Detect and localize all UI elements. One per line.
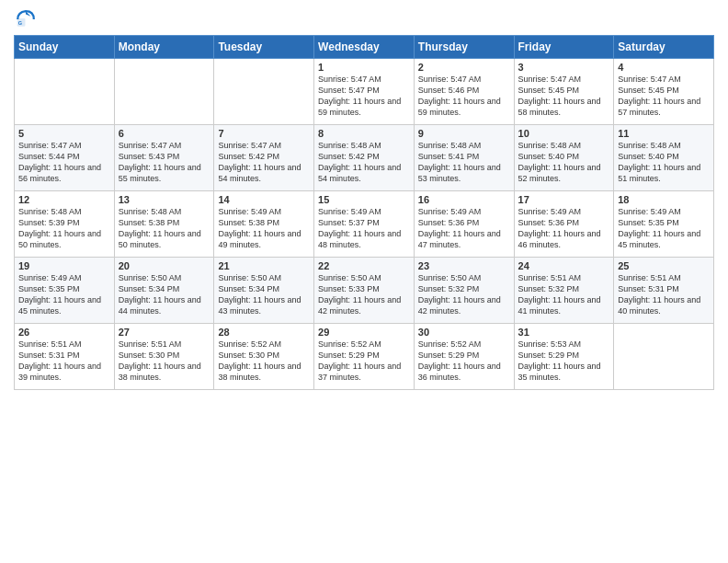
day-number: 15 [318, 194, 410, 205]
day-info: Sunrise: 5:47 AM Sunset: 5:45 PM Dayligh… [618, 74, 710, 119]
day-info: Sunrise: 5:48 AM Sunset: 5:41 PM Dayligh… [418, 140, 510, 185]
page-container: G SundayMondayTuesdayWednesdayThursdayFr… [0, 0, 728, 399]
calendar-cell: 22Sunrise: 5:50 AM Sunset: 5:33 PM Dayli… [314, 258, 415, 324]
day-number: 29 [318, 327, 410, 338]
day-number: 14 [218, 194, 310, 205]
calendar-cell: 13Sunrise: 5:48 AM Sunset: 5:38 PM Dayli… [114, 191, 214, 258]
calendar-day-header: Wednesday [314, 36, 415, 59]
calendar-day-header: Thursday [414, 36, 514, 59]
day-number: 31 [518, 327, 610, 338]
day-info: Sunrise: 5:49 AM Sunset: 5:35 PM Dayligh… [618, 206, 710, 251]
day-info: Sunrise: 5:51 AM Sunset: 5:30 PM Dayligh… [119, 339, 210, 384]
calendar-cell: 5Sunrise: 5:47 AM Sunset: 5:44 PM Daylig… [15, 125, 115, 191]
calendar-cell [614, 324, 714, 390]
day-info: Sunrise: 5:50 AM Sunset: 5:32 PM Dayligh… [418, 272, 510, 317]
calendar-table: SundayMondayTuesdayWednesdayThursdayFrid… [14, 35, 714, 390]
day-info: Sunrise: 5:48 AM Sunset: 5:40 PM Dayligh… [518, 140, 610, 185]
day-number: 10 [518, 128, 610, 139]
logo-icon: G [16, 9, 36, 29]
calendar-cell: 8Sunrise: 5:48 AM Sunset: 5:42 PM Daylig… [314, 125, 415, 191]
day-info: Sunrise: 5:47 AM Sunset: 5:46 PM Dayligh… [418, 74, 510, 119]
day-info: Sunrise: 5:47 AM Sunset: 5:47 PM Dayligh… [318, 74, 410, 119]
calendar-cell: 10Sunrise: 5:48 AM Sunset: 5:40 PM Dayli… [514, 125, 614, 191]
calendar-cell: 15Sunrise: 5:49 AM Sunset: 5:37 PM Dayli… [314, 191, 415, 258]
day-info: Sunrise: 5:52 AM Sunset: 5:29 PM Dayligh… [418, 339, 510, 384]
calendar-week-row: 5Sunrise: 5:47 AM Sunset: 5:44 PM Daylig… [15, 125, 714, 191]
calendar-cell: 4Sunrise: 5:47 AM Sunset: 5:45 PM Daylig… [614, 59, 714, 125]
logo: G [14, 9, 36, 29]
day-number: 28 [218, 327, 310, 338]
day-number: 24 [518, 260, 610, 271]
day-number: 19 [18, 260, 110, 271]
day-info: Sunrise: 5:47 AM Sunset: 5:43 PM Dayligh… [119, 140, 210, 185]
day-info: Sunrise: 5:49 AM Sunset: 5:35 PM Dayligh… [18, 272, 110, 317]
calendar-header-row: SundayMondayTuesdayWednesdayThursdayFrid… [15, 36, 714, 59]
day-number: 7 [218, 128, 310, 139]
day-info: Sunrise: 5:48 AM Sunset: 5:38 PM Dayligh… [119, 206, 210, 251]
calendar-cell: 30Sunrise: 5:52 AM Sunset: 5:29 PM Dayli… [414, 324, 514, 390]
day-number: 4 [618, 62, 710, 73]
day-info: Sunrise: 5:50 AM Sunset: 5:34 PM Dayligh… [119, 272, 210, 317]
day-info: Sunrise: 5:48 AM Sunset: 5:40 PM Dayligh… [618, 140, 710, 185]
day-number: 12 [18, 194, 110, 205]
day-info: Sunrise: 5:49 AM Sunset: 5:36 PM Dayligh… [418, 206, 510, 251]
calendar-cell: 3Sunrise: 5:47 AM Sunset: 5:45 PM Daylig… [514, 59, 614, 125]
calendar-day-header: Tuesday [214, 36, 314, 59]
calendar-cell: 28Sunrise: 5:52 AM Sunset: 5:30 PM Dayli… [214, 324, 314, 390]
day-number: 9 [418, 128, 510, 139]
calendar-cell: 27Sunrise: 5:51 AM Sunset: 5:30 PM Dayli… [114, 324, 214, 390]
day-info: Sunrise: 5:47 AM Sunset: 5:42 PM Dayligh… [218, 140, 310, 185]
day-info: Sunrise: 5:50 AM Sunset: 5:33 PM Dayligh… [318, 272, 410, 317]
day-info: Sunrise: 5:53 AM Sunset: 5:29 PM Dayligh… [518, 339, 610, 384]
calendar-cell: 26Sunrise: 5:51 AM Sunset: 5:31 PM Dayli… [15, 324, 115, 390]
calendar-cell: 2Sunrise: 5:47 AM Sunset: 5:46 PM Daylig… [414, 59, 514, 125]
day-number: 30 [418, 327, 510, 338]
calendar-cell: 23Sunrise: 5:50 AM Sunset: 5:32 PM Dayli… [414, 258, 514, 324]
calendar-week-row: 12Sunrise: 5:48 AM Sunset: 5:39 PM Dayli… [15, 191, 714, 258]
day-number: 3 [518, 62, 610, 73]
day-info: Sunrise: 5:47 AM Sunset: 5:44 PM Dayligh… [18, 140, 110, 185]
day-info: Sunrise: 5:50 AM Sunset: 5:34 PM Dayligh… [218, 272, 310, 317]
day-info: Sunrise: 5:49 AM Sunset: 5:37 PM Dayligh… [318, 206, 410, 251]
calendar-cell: 29Sunrise: 5:52 AM Sunset: 5:29 PM Dayli… [314, 324, 415, 390]
calendar-cell: 9Sunrise: 5:48 AM Sunset: 5:41 PM Daylig… [414, 125, 514, 191]
calendar-week-row: 19Sunrise: 5:49 AM Sunset: 5:35 PM Dayli… [15, 258, 714, 324]
header: G [14, 9, 714, 29]
calendar-cell: 18Sunrise: 5:49 AM Sunset: 5:35 PM Dayli… [614, 191, 714, 258]
calendar-cell: 19Sunrise: 5:49 AM Sunset: 5:35 PM Dayli… [15, 258, 115, 324]
calendar-cell: 6Sunrise: 5:47 AM Sunset: 5:43 PM Daylig… [114, 125, 214, 191]
day-number: 23 [418, 260, 510, 271]
day-number: 2 [418, 62, 510, 73]
day-number: 13 [119, 194, 210, 205]
day-info: Sunrise: 5:49 AM Sunset: 5:38 PM Dayligh… [218, 206, 310, 251]
calendar-cell: 14Sunrise: 5:49 AM Sunset: 5:38 PM Dayli… [214, 191, 314, 258]
day-info: Sunrise: 5:52 AM Sunset: 5:30 PM Dayligh… [218, 339, 310, 384]
calendar-cell: 16Sunrise: 5:49 AM Sunset: 5:36 PM Dayli… [414, 191, 514, 258]
calendar-day-header: Sunday [15, 36, 115, 59]
day-number: 27 [119, 327, 210, 338]
day-number: 20 [119, 260, 210, 271]
day-info: Sunrise: 5:52 AM Sunset: 5:29 PM Dayligh… [318, 339, 410, 384]
calendar-cell: 21Sunrise: 5:50 AM Sunset: 5:34 PM Dayli… [214, 258, 314, 324]
calendar-cell [15, 59, 115, 125]
day-number: 11 [618, 128, 710, 139]
calendar-cell [214, 59, 314, 125]
day-number: 21 [218, 260, 310, 271]
calendar-cell: 12Sunrise: 5:48 AM Sunset: 5:39 PM Dayli… [15, 191, 115, 258]
calendar-day-header: Monday [114, 36, 214, 59]
day-info: Sunrise: 5:51 AM Sunset: 5:31 PM Dayligh… [18, 339, 110, 384]
calendar-cell [114, 59, 214, 125]
calendar-cell: 25Sunrise: 5:51 AM Sunset: 5:31 PM Dayli… [614, 258, 714, 324]
day-info: Sunrise: 5:49 AM Sunset: 5:36 PM Dayligh… [518, 206, 610, 251]
calendar-cell: 7Sunrise: 5:47 AM Sunset: 5:42 PM Daylig… [214, 125, 314, 191]
calendar-cell: 17Sunrise: 5:49 AM Sunset: 5:36 PM Dayli… [514, 191, 614, 258]
calendar-cell: 20Sunrise: 5:50 AM Sunset: 5:34 PM Dayli… [114, 258, 214, 324]
calendar-week-row: 26Sunrise: 5:51 AM Sunset: 5:31 PM Dayli… [15, 324, 714, 390]
day-number: 22 [318, 260, 410, 271]
day-number: 26 [18, 327, 110, 338]
calendar-cell: 1Sunrise: 5:47 AM Sunset: 5:47 PM Daylig… [314, 59, 415, 125]
day-number: 6 [119, 128, 210, 139]
day-number: 16 [418, 194, 510, 205]
day-info: Sunrise: 5:51 AM Sunset: 5:32 PM Dayligh… [518, 272, 610, 317]
calendar-cell: 11Sunrise: 5:48 AM Sunset: 5:40 PM Dayli… [614, 125, 714, 191]
